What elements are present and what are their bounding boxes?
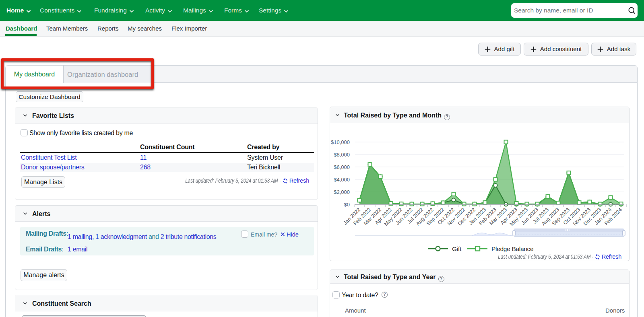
svg-text:$10,000: $10,000	[331, 139, 350, 145]
svg-text:Gift: Gift	[452, 245, 462, 252]
svg-text:$4,000: $4,000	[334, 177, 350, 183]
svg-text:Pledge Balance: Pledge Balance	[491, 245, 533, 252]
svg-text:$0: $0	[344, 202, 350, 208]
svg-text:$8,000: $8,000	[334, 152, 350, 158]
svg-text:$6,000: $6,000	[334, 164, 350, 170]
svg-text:$2,000: $2,000	[334, 189, 350, 195]
